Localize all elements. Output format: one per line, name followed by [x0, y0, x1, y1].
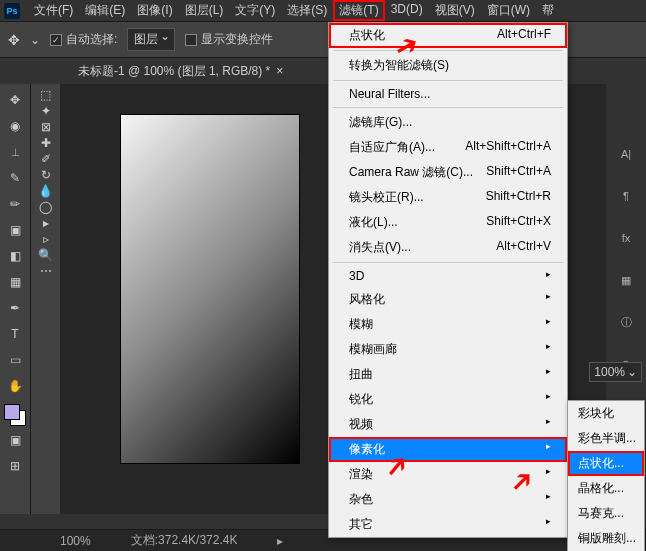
filter-menu-item[interactable]: 转换为智能滤镜(S): [329, 53, 567, 78]
direct-select-icon[interactable]: ▹: [43, 232, 49, 246]
pen-tool-icon[interactable]: ✒: [3, 296, 27, 320]
menu-item-5[interactable]: 选择(S): [281, 0, 333, 21]
eyedropper-tool-icon[interactable]: ✎: [3, 166, 27, 190]
menu-item-shortcut: Alt+Ctrl+V: [496, 239, 551, 256]
swatches-panel-icon[interactable]: ▦: [616, 270, 636, 290]
menu-item-label: 像素化: [349, 441, 385, 458]
menu-item-label: 点状化: [349, 27, 385, 44]
document-size: 文档:372.4K/372.4K: [131, 532, 238, 549]
filter-menu-item[interactable]: 模糊画廊: [329, 337, 567, 362]
pixelate-submenu-item[interactable]: 马赛克...: [568, 501, 644, 526]
blur-tool-icon[interactable]: 💧: [38, 184, 53, 198]
menu-item-label: 模糊: [349, 316, 373, 333]
history-brush-icon[interactable]: ↻: [41, 168, 51, 182]
filter-menu-item[interactable]: 其它: [329, 512, 567, 537]
pixelate-submenu-item[interactable]: 彩色半调...: [568, 426, 644, 451]
heal-tool-icon[interactable]: ✚: [41, 136, 51, 150]
close-icon[interactable]: ×: [276, 64, 283, 78]
shape-tool-icon[interactable]: ▭: [3, 348, 27, 372]
filter-menu-item[interactable]: 扭曲: [329, 362, 567, 387]
zoom-tool-icon[interactable]: 🔍: [38, 248, 53, 262]
opacity-input[interactable]: 100%⌄: [589, 362, 642, 382]
document-tab-label: 未标题-1 @ 100% (图层 1, RGB/8) *: [78, 63, 270, 80]
color-swatch[interactable]: [4, 404, 26, 426]
menu-item-4[interactable]: 文字(Y): [229, 0, 281, 21]
expand-icon[interactable]: ▸: [277, 534, 283, 548]
filter-menu-item[interactable]: 渲染: [329, 462, 567, 487]
move-tool-icon[interactable]: ✥: [3, 88, 27, 112]
canvas[interactable]: [120, 114, 300, 464]
pencil-tool-icon[interactable]: ✐: [41, 152, 51, 166]
menu-separator: [333, 107, 563, 108]
screenmode-icon[interactable]: ⊞: [3, 454, 27, 478]
opacity-value: 100%: [594, 365, 625, 379]
auto-select-checkbox[interactable]: ✓ 自动选择:: [50, 31, 117, 48]
filter-menu-item[interactable]: Camera Raw 滤镜(C)...Shift+Ctrl+A: [329, 160, 567, 185]
filter-menu-item[interactable]: 点状化Alt+Ctrl+F: [329, 23, 567, 48]
filter-menu-item[interactable]: 3D: [329, 265, 567, 287]
paragraph-panel-icon[interactable]: ¶: [616, 186, 636, 206]
marquee-tool-icon[interactable]: ⬚: [40, 88, 51, 102]
menu-item-label: 锐化: [349, 391, 373, 408]
menu-item-10[interactable]: 帮: [536, 0, 560, 21]
dropdown-icon[interactable]: ⌄: [30, 33, 40, 47]
menu-item-label: 消失点(V)...: [349, 239, 411, 256]
filter-menu-item[interactable]: 像素化: [329, 437, 567, 462]
frame-tool-icon[interactable]: ⊠: [41, 120, 51, 134]
pixelate-submenu-item[interactable]: 点状化...: [568, 451, 644, 476]
menu-item-label: 其它: [349, 516, 373, 533]
menu-item-3[interactable]: 图层(L): [179, 0, 230, 21]
menu-item-label: 扭曲: [349, 366, 373, 383]
clone-tool-icon[interactable]: ▣: [3, 218, 27, 242]
menu-item-9[interactable]: 窗口(W): [481, 0, 536, 21]
zoom-level[interactable]: 100%: [60, 534, 91, 548]
layer-select[interactable]: 图层: [127, 28, 175, 51]
type-tool-icon[interactable]: T: [3, 322, 27, 346]
filter-menu-item[interactable]: 杂色: [329, 487, 567, 512]
edit-toolbar-icon[interactable]: ⋯: [40, 264, 52, 278]
show-transform-label: 显示变换控件: [201, 31, 273, 48]
menu-item-shortcut: Shift+Ctrl+R: [486, 189, 551, 206]
pixelate-submenu-item[interactable]: 彩块化: [568, 401, 644, 426]
pixelate-submenu-item[interactable]: 晶格化...: [568, 476, 644, 501]
menu-item-7[interactable]: 3D(D): [385, 0, 429, 21]
styles-panel-icon[interactable]: fx: [616, 228, 636, 248]
path-tool-icon[interactable]: ▸: [43, 216, 49, 230]
menu-item-1[interactable]: 编辑(E): [79, 0, 131, 21]
filter-menu-item[interactable]: 模糊: [329, 312, 567, 337]
menu-item-6[interactable]: 滤镜(T): [333, 0, 384, 21]
menu-item-shortcut: Shift+Ctrl+A: [486, 164, 551, 181]
menu-item-label: Neural Filters...: [349, 87, 430, 101]
menu-item-label: 模糊画廊: [349, 341, 397, 358]
menu-item-label: 杂色: [349, 491, 373, 508]
filter-menu-item[interactable]: 自适应广角(A)...Alt+Shift+Ctrl+A: [329, 135, 567, 160]
menu-item-2[interactable]: 图像(I): [131, 0, 178, 21]
filter-menu-item[interactable]: 风格化: [329, 287, 567, 312]
crop-tool-icon[interactable]: ⟂: [3, 140, 27, 164]
eraser-tool-icon[interactable]: ◧: [3, 244, 27, 268]
hand-tool-icon[interactable]: ✋: [3, 374, 27, 398]
gradient-tool-icon[interactable]: ▦: [3, 270, 27, 294]
filter-menu-item[interactable]: 锐化: [329, 387, 567, 412]
character-panel-icon[interactable]: A|: [616, 144, 636, 164]
filter-menu-item[interactable]: 镜头校正(R)...Shift+Ctrl+R: [329, 185, 567, 210]
toolbox-col-2: ⬚ ✦ ⊠ ✚ ✐ ↻ 💧 ◯ ▸ ▹ 🔍 ⋯: [30, 84, 60, 514]
menu-item-0[interactable]: 文件(F): [28, 0, 79, 21]
lasso-tool-icon[interactable]: ◉: [3, 114, 27, 138]
menu-item-shortcut: Alt+Shift+Ctrl+A: [465, 139, 551, 156]
brush-tool-icon[interactable]: ✏: [3, 192, 27, 216]
info-panel-icon[interactable]: ⓘ: [616, 312, 636, 332]
menu-item-8[interactable]: 视图(V): [429, 0, 481, 21]
show-transform-checkbox[interactable]: 显示变换控件: [185, 31, 273, 48]
dodge-tool-icon[interactable]: ◯: [39, 200, 52, 214]
pixelate-submenu-item[interactable]: 铜版雕刻...: [568, 526, 644, 551]
filter-menu-item[interactable]: 消失点(V)...Alt+Ctrl+V: [329, 235, 567, 260]
quickmask-icon[interactable]: ▣: [3, 428, 27, 452]
document-tab[interactable]: 未标题-1 @ 100% (图层 1, RGB/8) * ×: [70, 59, 291, 84]
filter-menu-item[interactable]: 液化(L)...Shift+Ctrl+X: [329, 210, 567, 235]
filter-menu-item[interactable]: Neural Filters...: [329, 83, 567, 105]
filter-menu-item[interactable]: 视频: [329, 412, 567, 437]
filter-menu-item[interactable]: 滤镜库(G)...: [329, 110, 567, 135]
wand-tool-icon[interactable]: ✦: [41, 104, 51, 118]
app-logo: Ps: [4, 3, 20, 19]
